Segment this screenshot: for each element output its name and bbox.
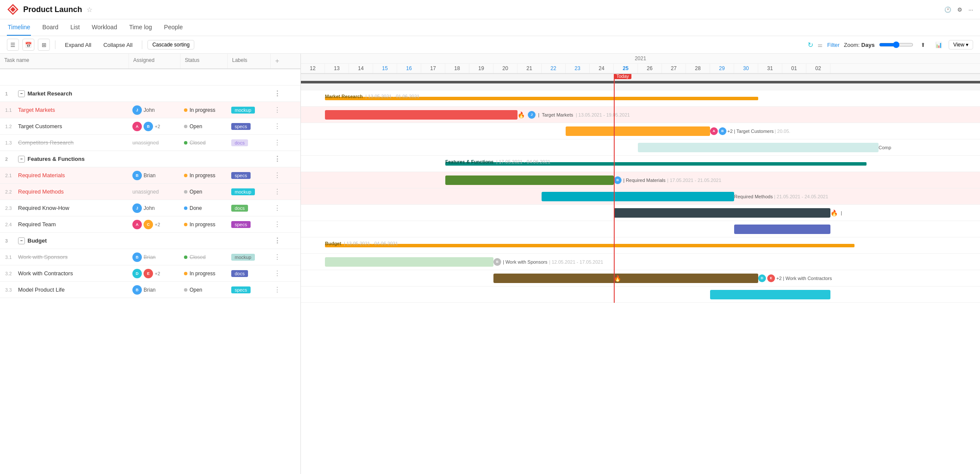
tab-timelog[interactable]: Time log bbox=[128, 19, 153, 36]
menu-cell[interactable]: ⋮ bbox=[271, 253, 284, 261]
tab-board[interactable]: Board bbox=[41, 19, 59, 36]
row-num: 3.3 bbox=[5, 287, 15, 292]
avatar: B bbox=[132, 252, 142, 262]
add-column-button[interactable]: + bbox=[271, 54, 284, 68]
row-num: 2.3 bbox=[5, 206, 15, 211]
gantt-bar bbox=[325, 110, 518, 120]
toolbar-icon-list[interactable]: ☰ bbox=[7, 39, 19, 51]
status-cell bbox=[181, 76, 228, 79]
fire-icon: 🔥 bbox=[518, 111, 525, 118]
app-header: Product Launch ☆ 🕐 ⚙ ··· bbox=[0, 0, 980, 19]
row-num: 3.2 bbox=[5, 271, 15, 276]
avatar: B bbox=[493, 258, 501, 266]
gantt-bar bbox=[493, 274, 758, 283]
group-collapse-icon[interactable]: – bbox=[18, 90, 25, 97]
assigned-cell bbox=[129, 157, 181, 161]
status-dot bbox=[184, 190, 187, 194]
task-name: Work with Sponsors bbox=[18, 254, 67, 260]
fire-icon: 🔥 bbox=[830, 209, 838, 216]
task-name-cell: 2.2 Required Methods bbox=[0, 186, 129, 197]
menu-cell[interactable]: ⋮ bbox=[271, 237, 284, 245]
refresh-icon[interactable]: ↻ bbox=[808, 41, 813, 49]
col-headers: Task name Assigned Status Labels + bbox=[0, 54, 300, 69]
collapse-all-button[interactable]: Collapse All bbox=[99, 40, 137, 50]
settings-icon[interactable]: ⚙ bbox=[957, 6, 962, 13]
table-row: 3 – Budget ⋮ bbox=[0, 233, 300, 249]
zoom-slider[interactable] bbox=[879, 41, 913, 48]
chart-icon[interactable]: 📊 bbox=[933, 39, 944, 50]
label-cell: specs bbox=[228, 121, 271, 132]
view-button[interactable]: View ▾ bbox=[949, 40, 973, 49]
tab-people[interactable]: People bbox=[163, 19, 184, 36]
nav-tabs: Timeline Board List Workload Time log Pe… bbox=[0, 19, 980, 36]
table-row: 1.1 Target Markets J John In progress mo… bbox=[0, 102, 300, 118]
menu-cell[interactable]: ⋮ bbox=[271, 155, 284, 163]
export-icon[interactable]: ⬆ bbox=[918, 39, 929, 50]
col-header-taskname: Task name bbox=[0, 54, 129, 68]
status-dot bbox=[184, 288, 187, 292]
menu-cell[interactable]: ⋮ bbox=[271, 220, 284, 228]
label-cell: specs bbox=[228, 219, 271, 230]
tab-list[interactable]: List bbox=[70, 19, 81, 36]
star-icon[interactable]: ☆ bbox=[86, 6, 92, 14]
row-num: 1.1 bbox=[5, 108, 15, 113]
app-title: Product Launch bbox=[23, 5, 82, 14]
gantt-bar bbox=[734, 225, 830, 234]
gantt-bar bbox=[542, 192, 734, 201]
menu-cell[interactable]: ⋮ bbox=[271, 139, 284, 147]
avatar: B bbox=[719, 127, 726, 135]
task-name: Budget bbox=[28, 237, 47, 244]
app-logo bbox=[7, 3, 19, 15]
history-icon[interactable]: 🕐 bbox=[944, 6, 951, 13]
menu-cell[interactable]: ⋮ bbox=[271, 89, 284, 98]
assigned-cell: D E +2 bbox=[129, 267, 181, 280]
status-cell: Done bbox=[181, 203, 228, 213]
expand-all-button[interactable]: Expand All bbox=[61, 40, 95, 50]
table-row: 3.3 Model Product Life B Brian Open spec… bbox=[0, 282, 300, 298]
status-cell: In progress bbox=[181, 105, 228, 115]
gantt-bar-label: | bbox=[841, 210, 842, 215]
gantt-bar bbox=[638, 143, 879, 152]
task-name-cell: 1.3 Competitors Research bbox=[0, 137, 129, 148]
avatar: J bbox=[132, 203, 142, 213]
status-label: Open bbox=[190, 189, 202, 195]
status-dot bbox=[184, 223, 187, 226]
assigned-cell bbox=[129, 76, 181, 79]
gantt-panel[interactable]: 2021 12 13 14 15 16 17 18 19 20 21 22 23… bbox=[301, 54, 980, 474]
gantt-day: 19 bbox=[469, 64, 493, 73]
row-num: 3 bbox=[5, 238, 15, 243]
today-marker: Today bbox=[614, 74, 615, 303]
group-collapse-icon[interactable]: – bbox=[18, 156, 25, 163]
label-cell bbox=[228, 76, 271, 79]
tab-timeline[interactable]: Timeline bbox=[7, 19, 31, 36]
toolbar-icon-grid[interactable]: ⊞ bbox=[38, 39, 50, 51]
status-dot bbox=[184, 108, 187, 112]
toolbar-divider-2 bbox=[142, 40, 142, 49]
task-name-cell: 2.4 Required Team bbox=[0, 219, 129, 230]
tab-workload[interactable]: Workload bbox=[91, 19, 118, 36]
status-cell: In progress bbox=[181, 171, 228, 180]
filter-label: Filter bbox=[827, 42, 839, 48]
menu-cell[interactable]: ⋮ bbox=[271, 204, 284, 212]
menu-cell[interactable]: ⋮ bbox=[271, 286, 284, 294]
assigned-name: Brian bbox=[144, 172, 156, 179]
menu-cell[interactable]: ⋮ bbox=[271, 122, 284, 130]
group-collapse-icon[interactable]: – bbox=[18, 237, 25, 244]
task-name-cell: 2.3 Required Know-How bbox=[0, 202, 129, 214]
menu-cell[interactable]: ⋮ bbox=[271, 106, 284, 114]
task-name: Target Customers bbox=[18, 123, 62, 129]
filter-button[interactable]: Filter bbox=[827, 42, 839, 48]
toolbar-icon-gantt[interactable]: 📅 bbox=[22, 39, 34, 51]
task-name: Required Team bbox=[18, 221, 56, 228]
label-cell bbox=[228, 157, 271, 161]
menu-cell[interactable]: ⋮ bbox=[271, 188, 284, 196]
menu-cell[interactable]: ⋮ bbox=[271, 269, 284, 277]
more-icon[interactable]: ··· bbox=[968, 6, 973, 13]
gantt-group-bar bbox=[325, 244, 854, 247]
gantt-bar-label: Features & Functions | 17.05.2021 - 04.0… bbox=[445, 159, 550, 164]
menu-cell[interactable]: ⋮ bbox=[271, 171, 284, 179]
gantt-day: 18 bbox=[445, 64, 469, 73]
gantt-row: Features & Functions | 17.05.2021 - 04.0… bbox=[301, 156, 980, 172]
cascade-sorting-button[interactable]: Cascade sorting bbox=[147, 40, 194, 49]
status-label: In progress bbox=[190, 271, 215, 277]
